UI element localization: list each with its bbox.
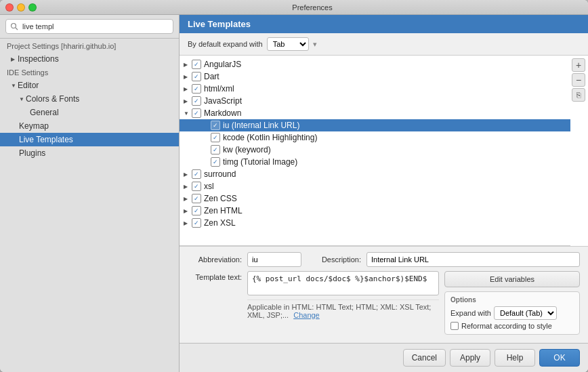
abbrev-row: Abbreviation: Description: <box>188 252 580 267</box>
check-surround[interactable]: ✓ <box>192 169 201 179</box>
remove-template-button[interactable]: − <box>572 73 585 87</box>
main-toolbar: By default expand with Tab Enter Space ▾ <box>180 33 588 56</box>
reformat-label: Reformat according to style <box>461 322 552 330</box>
tri-right-icon8: ▶ <box>184 208 192 214</box>
check-dart[interactable]: ✓ <box>192 72 201 81</box>
search-input[interactable] <box>5 19 173 34</box>
tri-right-icon9: ▶ <box>184 220 192 226</box>
check-kw[interactable]: ✓ <box>211 145 220 154</box>
description-input[interactable] <box>366 252 580 267</box>
template-editor[interactable]: {% post_url docs/$doc$ %}$anchor$)$END$ <box>247 271 439 295</box>
tree-item-kcode[interactable]: ✓ kcode (Kotlin Highlighting) <box>180 131 570 144</box>
window-title: Preferences <box>42 3 583 12</box>
check-zen-xsl[interactable]: ✓ <box>192 218 201 228</box>
sidebar-item-inspections[interactable]: ▶ Inspections <box>0 52 179 66</box>
tree-action-buttons: + − ⎘ <box>572 58 585 102</box>
options-box: Options Expand with Default (Tab) Tab En… <box>444 291 580 335</box>
help-button[interactable]: Help <box>495 349 535 367</box>
change-link[interactable]: Change <box>293 311 320 319</box>
cancel-button[interactable]: Cancel <box>403 349 446 367</box>
sidebar-item-plugins[interactable]: Plugins <box>0 146 179 160</box>
copy-template-button[interactable]: ⎘ <box>572 88 585 102</box>
check-xsl[interactable]: ✓ <box>192 182 201 191</box>
sidebar-project-settings: Project Settings [hhariri.github.io] <box>0 40 179 52</box>
abbreviation-input[interactable] <box>247 252 301 267</box>
edit-variables-button[interactable]: Edit variables <box>444 271 580 287</box>
check-js[interactable]: ✓ <box>192 96 201 106</box>
preferences-window: Preferences Project Settings [hhariri.gi… <box>0 0 588 372</box>
applicable-row: Applicable in HTML: HTML Text; HTML; XML… <box>247 299 439 322</box>
tree-item-surround[interactable]: ▶ ✓ surround <box>180 168 570 180</box>
footer: Cancel Apply Help OK <box>180 343 588 372</box>
tri-right-icon4: ▶ <box>184 98 192 104</box>
sidebar-section: Project Settings [hhariri.github.io] ▶ I… <box>0 39 179 161</box>
main-panel: Live Templates By default expand with Ta… <box>180 15 588 372</box>
tree-item-zen-xsl[interactable]: ▶ ✓ Zen XSL <box>180 217 570 229</box>
sidebar-item-editor[interactable]: ▼ Editor <box>0 79 179 92</box>
expand-label: By default expand with <box>188 40 263 48</box>
tree-item-js[interactable]: ▶ ✓ JavaScript <box>180 95 570 107</box>
abbrev-label: Abbreviation: <box>188 255 242 264</box>
tree-item-zen-html[interactable]: ▶ ✓ Zen HTML <box>180 205 570 217</box>
triangle-icon: ▶ <box>11 56 18 62</box>
template-row: Template text: {% post_url docs/$doc$ %}… <box>188 271 580 335</box>
check-kcode[interactable]: ✓ <box>211 133 220 142</box>
tri-right-icon: ▶ <box>184 62 192 68</box>
tree-item-xsl[interactable]: ▶ ✓ xsl <box>180 180 570 192</box>
traffic-lights <box>5 3 37 12</box>
check-zen-css[interactable]: ✓ <box>192 194 201 203</box>
tri-right-icon3: ▶ <box>184 86 192 92</box>
form-area: Abbreviation: Description: Template text… <box>180 247 588 343</box>
apply-button[interactable]: Apply <box>450 349 490 367</box>
template-side: Edit variables Options Expand with Defau… <box>444 271 580 335</box>
desc-label: Description: <box>307 255 361 264</box>
sidebar-ide-settings: IDE Settings <box>0 66 179 79</box>
options-title: Options <box>450 296 574 304</box>
tree-item-markdown[interactable]: ▼ ✓ Markdown <box>180 107 570 119</box>
tree-item-angular[interactable]: ▶ ✓ AngularJS <box>180 58 570 70</box>
check-markdown[interactable]: ✓ <box>192 108 201 118</box>
expand-with-row: Expand with Default (Tab) Tab Enter Spac… <box>450 306 574 320</box>
tree-item-kw[interactable]: ✓ kw (keyword) <box>180 144 570 156</box>
check-angular[interactable]: ✓ <box>192 60 201 69</box>
title-bar: Preferences <box>0 0 588 15</box>
add-template-button[interactable]: + <box>572 58 585 72</box>
tri-right-icon6: ▶ <box>184 184 192 190</box>
tree-item-zen-css[interactable]: ▶ ✓ Zen CSS <box>180 192 570 205</box>
tree-item-dart[interactable]: ▶ ✓ Dart <box>180 70 570 83</box>
close-button[interactable] <box>5 3 14 12</box>
expand-select[interactable]: Tab Enter Space <box>267 37 309 51</box>
template-label: Template text: <box>188 271 242 281</box>
check-html[interactable]: ✓ <box>192 84 201 94</box>
sidebar-item-live-templates[interactable]: Live Templates <box>0 133 179 146</box>
check-zen-html[interactable]: ✓ <box>192 206 201 215</box>
reformat-row: Reformat according to style <box>450 322 574 330</box>
check-timg[interactable]: ✓ <box>211 157 220 167</box>
maximize-button[interactable] <box>28 3 37 12</box>
reformat-checkbox[interactable] <box>450 322 459 330</box>
tree-item-html-xml[interactable]: ▶ ✓ html/xml <box>180 83 570 95</box>
triangle-down-icon2: ▼ <box>19 96 26 102</box>
triangle-down-icon: ▼ <box>11 83 18 89</box>
search-bar <box>0 15 179 39</box>
sidebar: Project Settings [hhariri.github.io] ▶ I… <box>0 15 180 372</box>
tree-item-iu[interactable]: ✓ iu (Internal Link URL) <box>180 119 570 131</box>
sidebar-item-colors-fonts[interactable]: ▼ Colors & Fonts <box>0 92 179 106</box>
tri-right-icon7: ▶ <box>184 196 192 202</box>
sidebar-item-general[interactable]: General <box>0 106 179 119</box>
expand-with-select[interactable]: Default (Tab) Tab Enter Space <box>494 306 557 320</box>
tri-right-icon5: ▶ <box>184 171 192 178</box>
expand-with-label: Expand with <box>450 309 491 317</box>
ok-button[interactable]: OK <box>539 349 580 367</box>
applicable-text: Applicable in HTML: HTML Text; HTML; XML… <box>247 303 439 319</box>
tri-down-icon: ▼ <box>184 110 192 117</box>
sidebar-item-keymap[interactable]: Keymap <box>0 119 179 133</box>
check-iu[interactable]: ✓ <box>211 121 220 130</box>
minimize-button[interactable] <box>17 3 25 12</box>
tri-right-icon2: ▶ <box>184 74 192 80</box>
template-tree: ▶ ✓ AngularJS ▶ ✓ Dart ▶ <box>180 56 570 246</box>
tree-item-timg[interactable]: ✓ timg (Tutorial Image) <box>180 156 570 168</box>
main-header: Live Templates <box>180 15 588 33</box>
